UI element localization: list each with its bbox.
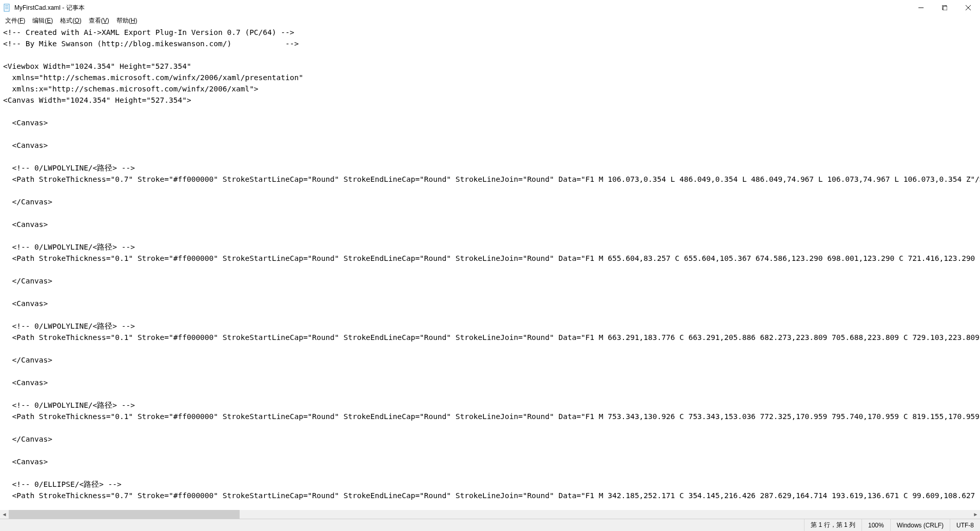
status-zoom: 100% bbox=[861, 519, 890, 531]
svg-rect-6 bbox=[943, 6, 947, 10]
close-button[interactable] bbox=[956, 0, 980, 15]
menu-edit[interactable]: 编辑(E) bbox=[29, 15, 56, 26]
status-line-ending: Windows (CRLF) bbox=[890, 519, 950, 531]
minimize-button[interactable] bbox=[909, 0, 933, 15]
menu-help[interactable]: 帮助(H) bbox=[113, 15, 141, 26]
scroll-left-arrow-icon[interactable]: ◄ bbox=[0, 510, 9, 519]
menubar: 文件(F) 编辑(E) 格式(O) 查看(V) 帮助(H) bbox=[0, 15, 980, 26]
window-controls bbox=[909, 0, 980, 15]
menu-format[interactable]: 格式(O) bbox=[57, 15, 84, 26]
menu-file[interactable]: 文件(F) bbox=[2, 15, 28, 26]
maximize-button[interactable] bbox=[933, 0, 956, 15]
statusbar: 第 1 行，第 1 列 100% Windows (CRLF) UTF-8 bbox=[0, 519, 980, 531]
editor-area: <!-- Created with Ai->XAML Export Plug-I… bbox=[0, 26, 980, 519]
scrollbar-thumb[interactable] bbox=[9, 510, 240, 519]
text-content[interactable]: <!-- Created with Ai->XAML Export Plug-I… bbox=[0, 26, 980, 510]
titlebar: MyFirstCad.xaml - 记事本 bbox=[0, 0, 980, 15]
scrollbar-track[interactable] bbox=[9, 510, 971, 519]
menu-view[interactable]: 查看(V) bbox=[86, 15, 112, 26]
status-encoding: UTF-8 bbox=[950, 519, 980, 531]
svg-rect-0 bbox=[4, 4, 9, 11]
status-position: 第 1 行，第 1 列 bbox=[804, 519, 861, 531]
scroll-right-arrow-icon[interactable]: ► bbox=[971, 510, 980, 519]
horizontal-scrollbar[interactable]: ◄ ► bbox=[0, 510, 980, 519]
window-title: MyFirstCad.xaml - 记事本 bbox=[14, 4, 85, 12]
notepad-icon bbox=[3, 4, 11, 12]
